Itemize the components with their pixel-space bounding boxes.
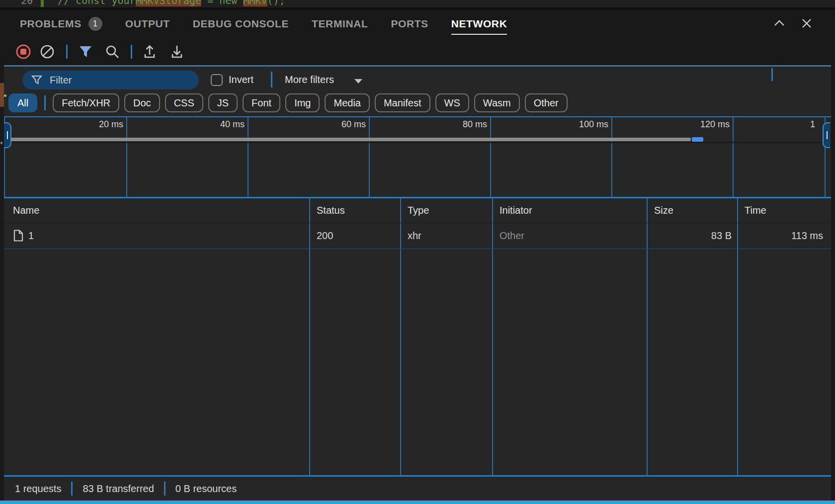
timeline-gridline-80ms [490,117,491,197]
handle-grip [7,131,8,139]
tick-60ms: 60 ms [306,119,366,130]
code-highlight-2: MMKV [243,0,267,6]
chip-fetch-xhr-label: Fetch/XHR [62,97,110,109]
funnel-small-icon [31,75,42,85]
chip-font-label: Font [251,97,271,109]
chip-js[interactable]: JS [208,93,238,112]
column-header-status[interactable]: Status [317,205,345,216]
minimap-highlight-sliver [0,83,4,107]
tick-100ms: 100 ms [549,119,608,130]
timeline-gridline-100ms [611,117,612,197]
edge-dot [0,142,2,144]
chip-all-label: All [17,97,28,109]
code-line: 20// const yourMMKVStorage = new MMKV(); [0,0,285,7]
chip-css[interactable]: CSS [165,93,203,112]
tab-debug-console[interactable]: DEBUG CONSOLE [193,9,289,38]
tab-network-label: NETWORK [451,18,507,30]
overview-right-handle[interactable] [823,122,830,148]
chip-other[interactable]: Other [525,93,568,112]
search-icon[interactable] [103,43,121,61]
tab-ports[interactable]: PORTS [391,9,428,38]
statusbar-divider-2 [164,482,166,496]
chip-wasm[interactable]: Wasm [474,93,520,112]
column-header-type[interactable]: Type [408,205,429,216]
timeline-bottom-border [4,197,831,198]
invert-checkbox[interactable] [211,74,223,86]
cell-type: xhr [408,230,421,242]
requests-count: 1 requests [15,483,61,495]
overview-request-bar [692,137,703,142]
tab-debug-console-label: DEBUG CONSOLE [193,18,289,30]
tab-network[interactable]: NETWORK [451,9,507,38]
chip-font[interactable]: Font [243,93,280,112]
import-har-icon[interactable] [141,43,159,61]
chip-manifest-label: Manifest [384,97,421,109]
tick-120ms: 120 ms [670,119,730,130]
chip-all[interactable]: All [8,93,37,112]
timeline-gridline-40ms [248,117,249,197]
maximize-panel-icon[interactable] [772,17,787,30]
code-comment-mid: = new [201,0,243,6]
export-har-icon[interactable] [168,43,186,61]
column-header-name[interactable]: Name [13,205,39,216]
chip-ws[interactable]: WS [435,93,469,112]
handle-grip [827,131,828,139]
cell-size: 83 B [647,230,732,242]
timeline-gridline-60ms [369,117,370,197]
column-header-size[interactable]: Size [654,205,673,216]
record-stop-icon[interactable] [14,43,32,61]
tab-terminal[interactable]: TERMINAL [312,9,368,38]
chip-css-label: CSS [174,97,194,109]
network-panel [4,66,831,501]
chip-js-label: JS [217,97,229,109]
tab-output-label: OUTPUT [125,18,170,30]
chip-wasm-label: Wasm [483,97,511,109]
minimap-dot [4,94,6,97]
filter-input[interactable]: Filter [22,71,199,89]
timeline-gridline-120ms [733,117,734,197]
filter-row-divider [271,72,272,87]
tab-problems-label: PROBLEMS [20,18,82,30]
tab-output[interactable]: OUTPUT [125,9,170,38]
tab-problems[interactable]: PROBLEMS 1 [20,9,102,38]
code-comment-prefix: // const your [58,0,136,6]
network-toolbar [0,38,835,65]
funnel-icon[interactable] [77,43,94,61]
statusbar-divider [71,482,73,496]
close-panel-icon[interactable] [799,17,814,30]
panel-top-border [4,65,831,67]
chip-doc-label: Doc [133,97,151,109]
chip-separator [44,95,46,110]
panel-tabbar: PROBLEMS 1 OUTPUT DEBUG CONSOLE TERMINAL… [0,9,835,38]
problems-count-badge: 1 [88,17,102,31]
chevron-down-icon[interactable] [354,79,363,84]
tab-terminal-label: TERMINAL [312,18,368,30]
column-header-initiator[interactable]: Initiator [500,205,532,216]
chip-fetch-xhr[interactable]: Fetch/XHR [53,93,119,112]
toolbar-divider [66,45,68,59]
overview-total-bar [6,138,691,141]
toolbar-divider-2 [131,45,132,59]
more-filters-button[interactable]: More filters [285,74,334,85]
tick-80ms: 80 ms [427,119,487,130]
more-filters-label: More filters [285,74,334,85]
chip-img-label: Img [294,97,311,109]
timeline-gridline-20ms [126,117,127,197]
chip-manifest[interactable]: Manifest [375,93,430,112]
chip-doc[interactable]: Doc [124,93,160,112]
clear-block-icon[interactable] [38,43,56,61]
tab-ports-label: PORTS [391,18,428,30]
cell-initiator: Other [500,230,524,242]
column-header-time[interactable]: Time [745,205,766,216]
chip-other-label: Other [534,97,559,109]
cell-time: 113 ms [738,230,823,242]
network-status-bar: 1 requests 83 B transferred 0 B resource… [4,477,831,501]
chip-ws-label: WS [444,97,460,109]
overview-left-handle[interactable] [4,122,11,148]
chip-media[interactable]: Media [325,93,369,112]
tick-140ms-partial: 1 [760,119,815,130]
active-tab-underline [451,34,507,35]
code-comment-suffix: (); [267,0,285,6]
document-icon [13,229,24,242]
chip-img[interactable]: Img [285,93,320,112]
